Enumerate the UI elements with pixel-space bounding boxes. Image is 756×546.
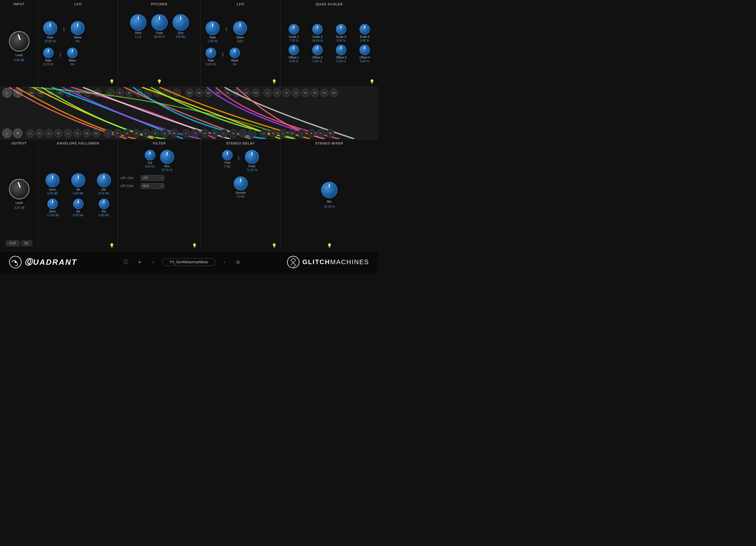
filter-knobs-row: Cut 610 Hz Res 87.20 % [120, 147, 198, 174]
stereo-mixer-mix-value: 18.40 % [324, 205, 335, 208]
lfo2-panel: LFO Rate 2.30 Hz ⌇ Wave S&H [201, 0, 281, 87]
scale1-knob[interactable] [289, 24, 299, 35]
filter-lr2-dropdown-wrapper[interactable]: LPF HPF BPF NCH [141, 183, 164, 189]
env-sens1-knob[interactable] [45, 173, 60, 187]
routing-node-bot-l2b[interactable]: L2 [161, 129, 169, 137]
routing-node-bot-l2c[interactable]: L2 [279, 129, 287, 137]
delay-time-knob[interactable] [222, 150, 233, 160]
stereo-delay-title: STEREO DELAY [203, 141, 278, 145]
routing-node-bot-o2[interactable]: O2 [83, 129, 91, 137]
env-att1-knob[interactable] [71, 173, 85, 187]
routing-node-bot-r[interactable]: R [13, 128, 22, 138]
input-level-knob[interactable] [9, 31, 30, 52]
filter-res-container: Res 87.20 % [160, 150, 174, 172]
routing-node-bot-db2[interactable]: -- [248, 129, 256, 137]
dc-button[interactable]: DC [21, 240, 32, 246]
mixer-light-icon[interactable]: 💡 [327, 243, 332, 248]
routing-node-bot-l[interactable]: L [2, 128, 12, 138]
lfo1-wave-icon1: ⌇ [63, 23, 65, 33]
routing-node-bot-r1c[interactable]: R1 [269, 129, 278, 137]
clip-button[interactable]: CLIP [6, 240, 19, 246]
lfo2-rate2-knob[interactable] [206, 48, 216, 58]
pitcher-feed-knob[interactable] [151, 14, 168, 31]
lfo1-wave2-knob[interactable] [67, 48, 78, 58]
routing-node-bot-ld[interactable]: L [220, 129, 228, 137]
routing-node-bot-lc[interactable]: L [182, 129, 190, 137]
filter-lr2-dropdown[interactable]: LPF HPF BPF NCH [141, 183, 164, 189]
routing-node-bot-ir[interactable]: IR [326, 129, 334, 137]
pitcher-panel: PITCHER Pitch 11 st Feed 38.00 % Size 25… [118, 0, 201, 87]
routing-node-bot-lb[interactable]: L [142, 129, 150, 137]
lfo2-wave2-knob[interactable] [229, 48, 240, 58]
routing-node-bot-ra2[interactable]: #R [132, 129, 141, 137]
routing-node-bot-re[interactable]: R [307, 129, 315, 137]
env-sens2-knob[interactable] [47, 198, 58, 209]
prev-preset-button[interactable]: ‹ [149, 257, 157, 266]
routing-node-bot-fa[interactable]: #F [210, 129, 219, 137]
info-button[interactable]: ⓘ [121, 257, 130, 266]
scale3-knob[interactable] [336, 24, 346, 35]
output-level-knob[interactable] [9, 179, 30, 199]
routing-node-bot-r1b[interactable]: R1 [73, 129, 82, 137]
quad-scaler-light-icon[interactable]: 💡 [369, 79, 374, 84]
settings-light-button[interactable]: ✦ [135, 257, 144, 266]
routing-node-bot-r2b[interactable]: R2 [170, 129, 178, 137]
lfo1-wave1-knob[interactable] [71, 21, 85, 35]
lfo1-rate1-knob[interactable] [43, 21, 57, 35]
pitcher-pitch-knob[interactable] [130, 14, 146, 31]
lfo1-light-icon[interactable]: 💡 [109, 79, 114, 84]
scale2-label: Scale 2 [312, 35, 322, 38]
scale4-knob[interactable] [359, 24, 370, 35]
stereo-mixer-mix-knob[interactable] [321, 182, 338, 198]
env-att2-knob[interactable] [73, 198, 84, 209]
filter-cut-knob[interactable] [145, 150, 155, 160]
pitcher-light-icon[interactable]: 💡 [157, 79, 162, 84]
routing-node-bot-ra[interactable]: R [113, 129, 122, 137]
routing-node-bot-il[interactable]: IL [317, 129, 325, 137]
lfo1-rate2-knob[interactable] [43, 48, 54, 58]
routing-node-bot-l1b[interactable]: L1 [64, 129, 72, 137]
delay-wave-icon: ⌇ [237, 152, 240, 162]
pitcher-size-knob[interactable] [172, 14, 189, 31]
routing-node-bot-io2[interactable]: IO2 [92, 129, 100, 137]
routing-node-bot-ta[interactable]: #T [201, 129, 209, 137]
routing-node-bot-le[interactable]: L [298, 129, 306, 137]
routing-node-bot-rd[interactable]: R [229, 129, 237, 137]
routing-node-bot-rb[interactable]: R [151, 129, 159, 137]
routing-node-bot-la[interactable]: L [104, 129, 112, 137]
routing-node-bot-ca[interactable]: #C [123, 129, 131, 137]
routing-node-bot-l1c[interactable]: L1 [260, 129, 268, 137]
routing-node-bot-r2c[interactable]: R2 [288, 129, 296, 137]
routing-node-bot-l1a[interactable]: L1 [26, 129, 34, 137]
offset3-knob[interactable] [336, 45, 346, 55]
env-light-icon[interactable]: 💡 [109, 243, 114, 248]
scale3-label: Scale 3 [336, 35, 346, 38]
filter-lr1-dropdown[interactable]: LPF HPF BPF NCH [141, 175, 164, 181]
delay-smooth-knob[interactable] [234, 176, 248, 190]
offset1-knob[interactable] [289, 45, 299, 55]
pitcher-feed-value: 38.00 % [154, 35, 165, 38]
routing-node-bot-l2a[interactable]: L2 [45, 129, 53, 137]
delay-feed-knob[interactable] [245, 150, 259, 164]
routing-node-bot-r2a[interactable]: R2 [54, 129, 63, 137]
next-preset-button[interactable]: › [220, 257, 229, 266]
filter-res-knob[interactable] [160, 150, 174, 164]
routing-node-bot-r1a[interactable]: R1 [35, 129, 44, 137]
offset2-knob[interactable] [312, 45, 323, 55]
pitcher-title: PITCHER [151, 2, 167, 6]
filter-light-icon[interactable]: 💡 [192, 243, 197, 248]
lfo2-light-icon[interactable]: 💡 [272, 79, 277, 84]
preset-settings-button[interactable]: ⚙ [234, 257, 242, 266]
preset-name-display[interactable]: TH_GenMetamorphBear [162, 258, 215, 266]
env-rel2-knob[interactable] [99, 198, 109, 209]
routing-node-bot-db1[interactable]: -- [239, 129, 247, 137]
lfo2-rate1-knob[interactable] [206, 21, 220, 35]
env-sens1-container: Sens 5.95 dB [41, 173, 64, 195]
offset4-knob[interactable] [359, 45, 370, 55]
env-rel1-knob[interactable] [97, 173, 111, 187]
filter-lr1-dropdown-wrapper[interactable]: LPF HPF BPF NCH [141, 175, 164, 181]
scale2-knob[interactable] [312, 24, 323, 35]
lfo2-wave1-knob[interactable] [233, 21, 247, 35]
routing-node-bot-rc[interactable]: R [191, 129, 200, 137]
delay-light-icon[interactable]: 💡 [272, 243, 277, 248]
